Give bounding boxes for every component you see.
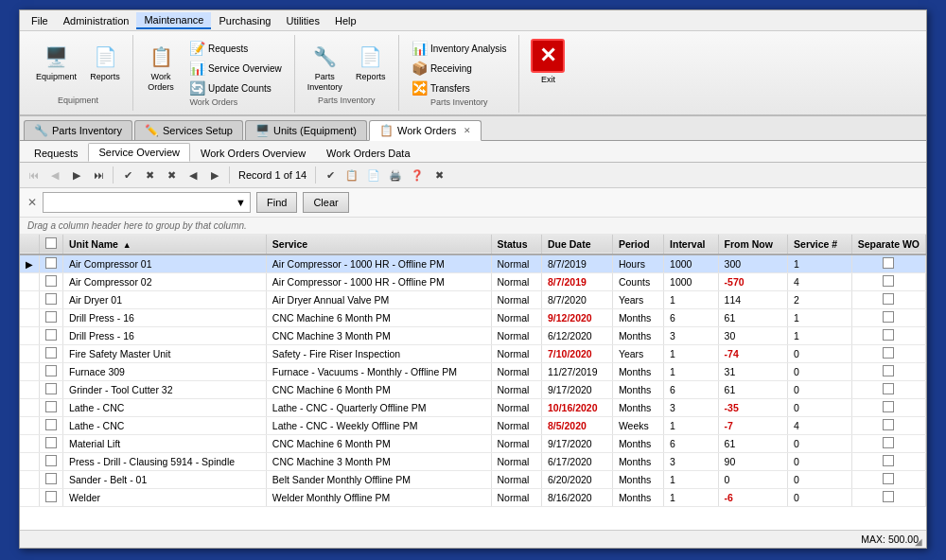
tb-copy[interactable]: 📋 — [342, 166, 361, 184]
row-checkbox[interactable] — [45, 419, 57, 430]
row-checkbox-cell[interactable] — [40, 435, 63, 453]
separate-wo-checkbox[interactable] — [883, 365, 894, 376]
tb-back[interactable]: ◀ — [184, 166, 202, 184]
find-button[interactable]: Find — [256, 192, 297, 213]
table-row[interactable]: Drill Press - 16CNC Machine 3 Month PMNo… — [20, 327, 926, 345]
menu-maintenance[interactable]: Maintenance — [136, 12, 211, 29]
row-checkbox-cell[interactable] — [40, 363, 63, 381]
row-checkbox[interactable] — [45, 311, 57, 323]
header-checkbox[interactable] — [45, 237, 57, 249]
row-checkbox[interactable] — [45, 365, 57, 376]
separate-wo-checkbox[interactable] — [883, 473, 894, 484]
tab-parts-inventory[interactable]: 🔧 Parts Inventory — [24, 120, 132, 140]
row-separate-wo[interactable] — [851, 327, 925, 345]
menu-utilities[interactable]: Utilities — [278, 13, 326, 28]
row-checkbox[interactable] — [45, 293, 57, 305]
tb-prev[interactable]: ◀ — [45, 166, 64, 184]
table-row[interactable]: Grinder - Tool Cutter 32CNC Machine 6 Mo… — [20, 381, 926, 399]
separate-wo-checkbox[interactable] — [883, 275, 894, 287]
menu-purchasing[interactable]: Purchasing — [211, 13, 278, 28]
table-row[interactable]: Material LiftCNC Machine 6 Month PMNorma… — [20, 435, 926, 453]
row-separate-wo[interactable] — [851, 417, 925, 435]
row-separate-wo[interactable] — [851, 345, 925, 363]
th-service-num[interactable]: Service # — [788, 235, 852, 254]
row-checkbox[interactable] — [45, 401, 57, 412]
tab-units-equipment[interactable]: 🖥️ Units (Equipment) — [245, 120, 367, 140]
separate-wo-checkbox[interactable] — [883, 455, 894, 466]
row-checkbox-cell[interactable] — [40, 399, 63, 417]
ribbon-btn-requests[interactable]: 📝 Requests — [184, 39, 287, 58]
th-separate-wo[interactable]: Separate WO — [851, 235, 925, 254]
sub-tab-service-overview[interactable]: Service Overview — [88, 143, 190, 162]
tb-last[interactable]: ⏭ — [89, 166, 108, 184]
separate-wo-checkbox[interactable] — [883, 419, 894, 430]
row-separate-wo[interactable] — [851, 363, 925, 381]
table-row[interactable]: Drill Press - 16CNC Machine 6 Month PMNo… — [20, 309, 926, 327]
th-interval[interactable]: Interval — [664, 235, 719, 254]
tab-work-orders[interactable]: 📋 Work Orders ✕ — [369, 120, 482, 141]
ribbon-btn-equipment[interactable]: 🖥️ Equipment — [31, 39, 81, 85]
row-separate-wo[interactable] — [851, 291, 925, 309]
th-from-now[interactable]: From Now — [718, 235, 787, 254]
row-checkbox[interactable] — [45, 329, 57, 341]
table-row[interactable]: Press - Drill - Clausing 5914 - SpindleC… — [20, 453, 926, 471]
work-orders-tab-close[interactable]: ✕ — [464, 126, 471, 135]
row-checkbox[interactable] — [45, 455, 57, 466]
exit-button[interactable]: ✕ Exit — [523, 35, 572, 88]
ribbon-btn-inventory-analysis[interactable]: 📊 Inventory Analysis — [407, 39, 512, 58]
separate-wo-checkbox[interactable] — [883, 293, 894, 305]
row-checkbox-cell[interactable] — [40, 254, 63, 273]
th-status[interactable]: Status — [491, 235, 542, 254]
search-dropdown[interactable]: ▼ — [43, 192, 251, 213]
tb-print[interactable]: 🖨️ — [386, 166, 405, 184]
separate-wo-checkbox[interactable] — [883, 329, 894, 341]
table-row[interactable]: Lathe - CNCLathe - CNC - Weekly Offline … — [20, 417, 926, 435]
table-row[interactable]: Lathe - CNCLathe - CNC - Quarterly Offli… — [20, 399, 926, 417]
row-checkbox-cell[interactable] — [40, 489, 63, 507]
table-row[interactable]: Air Dryer 01Air Dryer Annual Valve PMNor… — [20, 291, 926, 309]
row-checkbox-cell[interactable] — [40, 471, 63, 489]
row-checkbox[interactable] — [45, 383, 57, 394]
ribbon-btn-receiving[interactable]: 📦 Receiving — [407, 59, 512, 78]
search-clear-icon[interactable]: ✕ — [27, 196, 37, 209]
tb-doc[interactable]: 📄 — [364, 166, 383, 184]
tb-cancel2[interactable]: ✖ — [162, 166, 181, 184]
separate-wo-checkbox[interactable] — [883, 401, 894, 412]
row-separate-wo[interactable] — [851, 399, 925, 417]
table-row[interactable]: Fire Safety Master UnitSafety - Fire Ris… — [20, 345, 926, 363]
tb-cancel1[interactable]: ✖ — [140, 166, 159, 184]
th-service[interactable]: Service — [266, 235, 491, 254]
row-checkbox-cell[interactable] — [40, 291, 63, 309]
ribbon-btn-equipment-reports[interactable]: 📄 Reports — [85, 39, 125, 85]
separate-wo-checkbox[interactable] — [883, 257, 894, 269]
tb-next[interactable]: ▶ — [67, 166, 86, 184]
menu-help[interactable]: Help — [327, 13, 364, 28]
table-row[interactable]: Furnace 309Furnace - Vacuums - Monthly -… — [20, 363, 926, 381]
sub-tab-work-orders-data[interactable]: Work Orders Data — [316, 144, 420, 162]
tb-close[interactable]: ✖ — [429, 166, 448, 184]
row-separate-wo[interactable] — [851, 453, 925, 471]
row-separate-wo[interactable] — [851, 471, 925, 489]
row-checkbox-cell[interactable] — [40, 417, 63, 435]
row-checkbox[interactable] — [45, 491, 57, 502]
row-checkbox[interactable] — [45, 257, 57, 269]
ribbon-btn-parts-inventory[interactable]: 🔧 PartsInventory — [303, 39, 347, 96]
row-checkbox[interactable] — [45, 275, 57, 287]
row-checkbox-cell[interactable] — [40, 381, 63, 399]
tab-services-setup[interactable]: ✏️ Services Setup — [134, 120, 243, 140]
separate-wo-checkbox[interactable] — [883, 383, 894, 394]
sub-tab-work-orders-overview[interactable]: Work Orders Overview — [190, 144, 316, 162]
th-period[interactable]: Period — [612, 235, 663, 254]
sub-tab-requests[interactable]: Requests — [24, 144, 88, 162]
table-row[interactable]: Air Compressor 02Air Compressor - 1000 H… — [20, 273, 926, 291]
row-separate-wo[interactable] — [851, 435, 925, 453]
row-checkbox-cell[interactable] — [40, 345, 63, 363]
row-checkbox-cell[interactable] — [40, 309, 63, 327]
row-checkbox[interactable] — [45, 347, 57, 359]
row-checkbox-cell[interactable] — [40, 453, 63, 471]
table-row[interactable]: WelderWelder Monthly Offline PMNormal8/1… — [20, 489, 926, 507]
table-row[interactable]: Sander - Belt - 01Belt Sander Monthly Of… — [20, 471, 926, 489]
table-container[interactable]: Unit Name ▲ Service Status Due Date Peri… — [20, 235, 926, 530]
menu-file[interactable]: File — [24, 13, 56, 28]
row-separate-wo[interactable] — [851, 489, 925, 507]
